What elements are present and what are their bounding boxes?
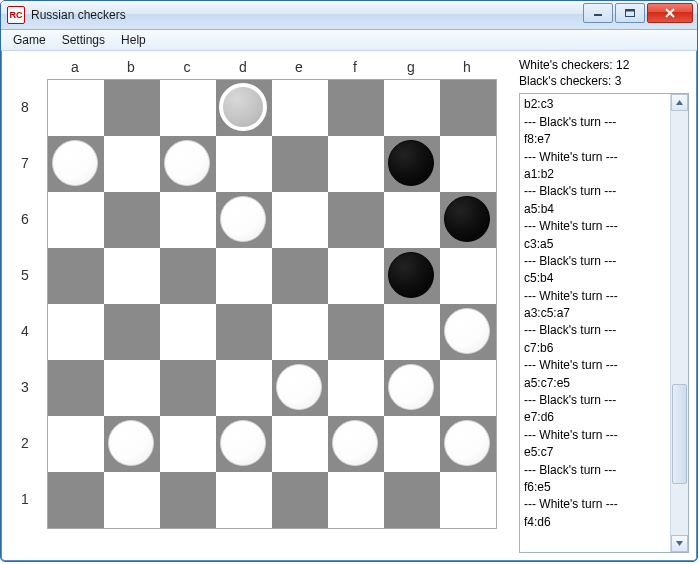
board-square[interactable] xyxy=(272,80,328,136)
board-square[interactable] xyxy=(48,360,104,416)
board-square[interactable] xyxy=(104,192,160,248)
column-label: h xyxy=(439,59,495,75)
board-square[interactable] xyxy=(440,472,496,528)
app-icon: RC xyxy=(7,6,25,24)
board-square[interactable] xyxy=(272,360,328,416)
board-square[interactable] xyxy=(440,248,496,304)
board-square[interactable] xyxy=(272,248,328,304)
board-square[interactable] xyxy=(384,360,440,416)
white-piece[interactable] xyxy=(220,196,266,242)
scroll-down-button[interactable] xyxy=(671,535,688,552)
board-square[interactable] xyxy=(48,248,104,304)
board-square[interactable] xyxy=(328,136,384,192)
white-piece[interactable] xyxy=(332,420,378,466)
white-piece[interactable] xyxy=(220,420,266,466)
board-square[interactable] xyxy=(160,248,216,304)
board-square[interactable] xyxy=(440,360,496,416)
board-square[interactable] xyxy=(272,416,328,472)
board-square[interactable] xyxy=(216,192,272,248)
board-square[interactable] xyxy=(104,472,160,528)
board-square[interactable] xyxy=(160,304,216,360)
board-square[interactable] xyxy=(328,360,384,416)
board-square[interactable] xyxy=(48,136,104,192)
titlebar[interactable]: RC Russian checkers xyxy=(1,1,697,30)
menu-settings[interactable]: Settings xyxy=(56,31,111,49)
board-square[interactable] xyxy=(104,360,160,416)
board-square[interactable] xyxy=(160,192,216,248)
white-piece[interactable] xyxy=(52,140,98,186)
black-count: Black's checkers: 3 xyxy=(519,73,689,89)
board-square[interactable] xyxy=(328,472,384,528)
board-square[interactable] xyxy=(216,304,272,360)
scroll-thumb[interactable] xyxy=(672,384,687,484)
board-square[interactable] xyxy=(216,416,272,472)
board-square[interactable] xyxy=(104,304,160,360)
minimize-button[interactable] xyxy=(583,3,613,23)
board-square[interactable] xyxy=(440,192,496,248)
white-piece[interactable] xyxy=(444,308,490,354)
black-piece[interactable] xyxy=(444,196,490,242)
board-square[interactable] xyxy=(384,472,440,528)
board-square[interactable] xyxy=(104,416,160,472)
board-square[interactable] xyxy=(216,80,272,136)
white-piece[interactable] xyxy=(164,140,210,186)
maximize-button[interactable] xyxy=(615,3,645,23)
close-button[interactable] xyxy=(647,3,693,23)
board-square[interactable] xyxy=(216,136,272,192)
board-square[interactable] xyxy=(104,248,160,304)
white-piece[interactable] xyxy=(388,364,434,410)
board-square[interactable] xyxy=(272,304,328,360)
board-square[interactable] xyxy=(328,192,384,248)
menu-help[interactable]: Help xyxy=(115,31,152,49)
black-piece[interactable] xyxy=(388,140,434,186)
board-square[interactable] xyxy=(272,136,328,192)
board-square[interactable] xyxy=(160,80,216,136)
move-log: b2:c3 --- Black's turn --- f8:e7 --- Whi… xyxy=(519,93,689,553)
row-label: 3 xyxy=(3,359,47,415)
board-square[interactable] xyxy=(328,304,384,360)
board-square[interactable] xyxy=(48,80,104,136)
board-square[interactable] xyxy=(384,416,440,472)
board-square[interactable] xyxy=(440,416,496,472)
white-piece[interactable] xyxy=(108,420,154,466)
board-square[interactable] xyxy=(216,360,272,416)
board-square[interactable] xyxy=(384,136,440,192)
board-square[interactable] xyxy=(384,192,440,248)
board-square[interactable] xyxy=(328,248,384,304)
board-square[interactable] xyxy=(440,136,496,192)
board-square[interactable] xyxy=(160,360,216,416)
board-square[interactable] xyxy=(328,80,384,136)
board-square[interactable] xyxy=(160,416,216,472)
board-square[interactable] xyxy=(216,472,272,528)
column-label: b xyxy=(103,59,159,75)
app-window: RC Russian checkers Game Settings Help a… xyxy=(0,0,698,562)
board-square[interactable] xyxy=(272,472,328,528)
board-square[interactable] xyxy=(48,416,104,472)
board-square[interactable] xyxy=(328,416,384,472)
board-square[interactable] xyxy=(216,248,272,304)
board-square[interactable] xyxy=(48,472,104,528)
board-square[interactable] xyxy=(440,304,496,360)
board-square[interactable] xyxy=(384,304,440,360)
board-square[interactable] xyxy=(104,136,160,192)
board-square[interactable] xyxy=(160,136,216,192)
column-label: f xyxy=(327,59,383,75)
scroll-up-button[interactable] xyxy=(671,94,688,111)
scrollbar[interactable] xyxy=(670,94,688,552)
black-piece[interactable] xyxy=(388,252,434,298)
board-square[interactable] xyxy=(48,304,104,360)
board-square[interactable] xyxy=(160,472,216,528)
board-square[interactable] xyxy=(48,192,104,248)
board-square[interactable] xyxy=(440,80,496,136)
white-king-piece[interactable] xyxy=(219,83,267,131)
board-square[interactable] xyxy=(384,248,440,304)
board-square[interactable] xyxy=(272,192,328,248)
column-label: g xyxy=(383,59,439,75)
move-log-content: b2:c3 --- Black's turn --- f8:e7 --- Whi… xyxy=(520,94,670,552)
board-square[interactable] xyxy=(104,80,160,136)
menu-game[interactable]: Game xyxy=(7,31,52,49)
checkers-board[interactable] xyxy=(47,79,497,529)
board-square[interactable] xyxy=(384,80,440,136)
white-piece[interactable] xyxy=(276,364,322,410)
white-piece[interactable] xyxy=(444,420,490,466)
